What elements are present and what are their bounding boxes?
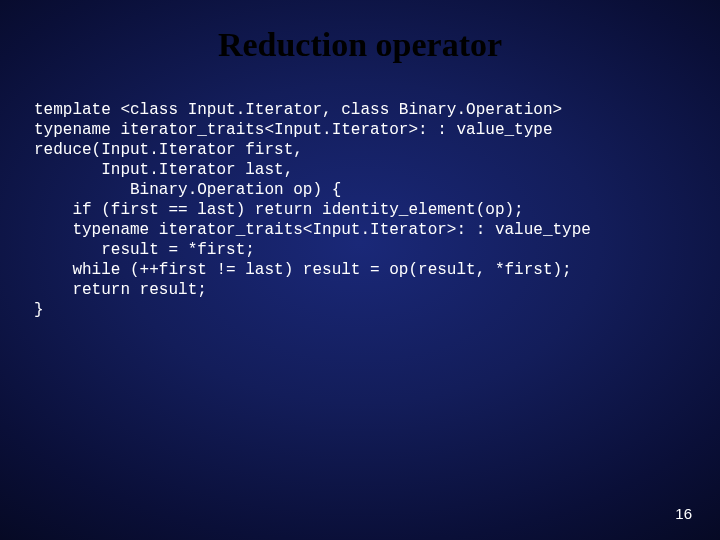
page-number: 16	[675, 505, 692, 522]
code-block: template <class Input.Iterator, class Bi…	[0, 64, 720, 320]
slide-title: Reduction operator	[0, 0, 720, 64]
